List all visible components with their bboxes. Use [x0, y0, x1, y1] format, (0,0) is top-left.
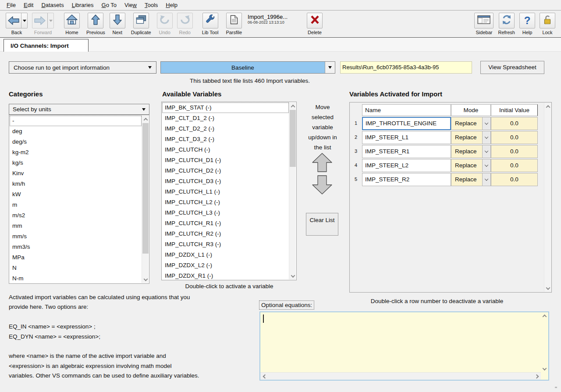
move-down-button[interactable]: [312, 175, 333, 197]
category-item[interactable]: kg-m2: [10, 147, 142, 158]
scroll-right-icon[interactable]: [533, 373, 540, 380]
scroll-down-icon[interactable]: [289, 272, 296, 279]
scroll-up-icon[interactable]: [541, 312, 548, 319]
mode-cell[interactable]: Replace: [451, 159, 483, 172]
available-variable-item[interactable]: IMP_DZDX_R1 (-): [162, 271, 289, 279]
available-variable-item[interactable]: IMP_DZDX_L1 (-): [162, 250, 289, 260]
scroll-down-icon[interactable]: [142, 276, 149, 283]
category-item[interactable]: m/s2: [10, 210, 142, 221]
mode-dropdown-button[interactable]: [483, 145, 491, 158]
mode-cell[interactable]: Replace: [451, 117, 483, 130]
mode-dropdown-button[interactable]: [483, 117, 491, 130]
row-number[interactable]: 2: [350, 131, 362, 144]
variable-name-cell[interactable]: IMP_THROTTLE_ENGINE: [362, 117, 451, 130]
category-item[interactable]: Kinv: [10, 168, 142, 179]
help-button[interactable]: ? Help: [519, 13, 535, 35]
resize-grip[interactable]: [555, 387, 557, 388]
back-dropdown-arrow[interactable]: [21, 13, 27, 28]
available-scrollbar[interactable]: [289, 102, 296, 279]
scroll-down-icon[interactable]: [544, 285, 551, 292]
mode-dropdown-button[interactable]: [483, 173, 491, 186]
equations-vertical-scrollbar[interactable]: [541, 312, 548, 372]
optional-equations-textarea[interactable]: [259, 311, 549, 381]
previous-button[interactable]: Previous: [86, 13, 105, 35]
available-variable-item[interactable]: IMP_CLUTCH_L1 (-): [162, 187, 289, 197]
mode-dropdown-button[interactable]: [483, 131, 491, 144]
categories-scrollbar[interactable]: [142, 116, 149, 283]
category-item[interactable]: kg/s: [10, 158, 142, 168]
row-number[interactable]: 4: [350, 159, 362, 172]
menu-item[interactable]: View: [121, 0, 141, 10]
category-item[interactable]: N: [10, 263, 142, 273]
scrollbar-thumb[interactable]: [142, 123, 149, 254]
category-item[interactable]: N-m: [10, 273, 142, 283]
category-item[interactable]: mm3/s: [10, 242, 142, 252]
run-combo-dropdown[interactable]: [325, 62, 335, 73]
menu-item[interactable]: Datasets: [37, 0, 67, 10]
variable-name-cell[interactable]: IMP_STEER_R2: [362, 173, 451, 186]
table-scrollbar[interactable]: [544, 103, 551, 292]
sidebar-button[interactable]: Sidebar: [474, 13, 494, 35]
row-number[interactable]: 1: [350, 117, 362, 130]
tab-io-channels-import[interactable]: I/O Channels: Import: [4, 39, 89, 52]
menu-item[interactable]: Go To: [98, 0, 121, 10]
move-up-button[interactable]: [312, 153, 333, 174]
category-item[interactable]: -: [10, 116, 142, 126]
redo-button[interactable]: Redo: [177, 13, 193, 35]
available-variable-item[interactable]: IMP_CLUTCH_D2 (-): [162, 166, 289, 176]
row-number[interactable]: 3: [350, 145, 362, 158]
mode-cell[interactable]: Replace: [451, 145, 483, 158]
category-item[interactable]: mm/s: [10, 231, 142, 242]
available-variable-item[interactable]: IMP_CLUTCH_D3 (-): [162, 176, 289, 187]
category-item[interactable]: m: [10, 200, 142, 210]
delete-button[interactable]: Delete: [307, 13, 323, 35]
select-by-units-dropdown[interactable]: Select by units: [9, 104, 149, 115]
next-button[interactable]: Next: [110, 13, 125, 35]
scroll-left-icon[interactable]: [261, 373, 268, 380]
scroll-down-icon[interactable]: [541, 365, 548, 372]
choose-run-dropdown-button[interactable]: Choose run to get import information: [9, 61, 156, 74]
back-button[interactable]: Back: [6, 13, 28, 35]
menu-item[interactable]: Help: [162, 0, 181, 10]
variable-name-cell[interactable]: IMP_STEER_L2: [362, 159, 451, 172]
available-variable-item[interactable]: IMP_CLUTCH_R2 (-): [162, 229, 289, 239]
menu-item[interactable]: Edit: [20, 0, 37, 10]
initial-value-cell[interactable]: 0.0: [491, 159, 538, 172]
available-variable-item[interactable]: IMP_CLT_D3_2 (-): [162, 134, 289, 145]
category-item[interactable]: mm: [10, 221, 142, 231]
menu-item[interactable]: File: [3, 0, 20, 10]
available-variable-item[interactable]: IMP_CLUTCH_R3 (-): [162, 239, 289, 250]
initial-value-cell[interactable]: 0.0: [491, 131, 538, 144]
results-path-field[interactable]: Results\Run_6cb07365-85a3-4a3b-95: [340, 61, 472, 74]
undo-button[interactable]: Undo: [157, 13, 173, 35]
available-variable-item[interactable]: IMP_CLUTCH_D1 (-): [162, 155, 289, 166]
scroll-up-icon[interactable]: [289, 102, 296, 109]
scroll-up-icon[interactable]: [142, 116, 149, 123]
available-variable-item[interactable]: IMP_BK_STAT (-): [162, 102, 289, 113]
initial-value-cell[interactable]: 0.0: [491, 145, 538, 158]
category-item[interactable]: deg/s: [10, 137, 142, 147]
variable-name-cell[interactable]: IMP_STEER_L1: [362, 131, 451, 144]
scroll-up-icon[interactable]: [544, 103, 551, 110]
scrollbar-thumb[interactable]: [290, 110, 296, 167]
available-variable-item[interactable]: IMP_CLT_D2_2 (-): [162, 124, 289, 134]
available-variable-item[interactable]: IMP_CLUTCH_L3 (-): [162, 208, 289, 218]
available-variable-item[interactable]: IMP_CLUTCH_L2 (-): [162, 197, 289, 208]
category-item[interactable]: km/h: [10, 179, 142, 189]
lock-button[interactable]: Lock: [540, 13, 555, 35]
initial-value-cell[interactable]: 0.0: [491, 173, 538, 186]
duplicate-button[interactable]: Duplicate: [131, 13, 151, 35]
category-item[interactable]: MPa: [10, 252, 142, 263]
mode-cell[interactable]: Replace: [451, 173, 483, 186]
mode-dropdown-button[interactable]: [483, 159, 491, 172]
available-variable-item[interactable]: IMP_CLUTCH (-): [162, 145, 289, 155]
row-number[interactable]: 5: [350, 173, 362, 186]
run-combo[interactable]: Baseline: [160, 61, 335, 74]
lib-tool-button[interactable]: Lib Tool: [202, 13, 219, 35]
refresh-button[interactable]: Refresh: [498, 13, 515, 35]
variable-name-cell[interactable]: IMP_STEER_R1: [362, 145, 451, 158]
mode-cell[interactable]: Replace: [451, 131, 483, 144]
available-variable-item[interactable]: IMP_CLUTCH_R1 (-): [162, 218, 289, 229]
home-button[interactable]: Home: [64, 13, 80, 35]
available-variable-item[interactable]: IMP_DZDX_L2 (-): [162, 260, 289, 271]
